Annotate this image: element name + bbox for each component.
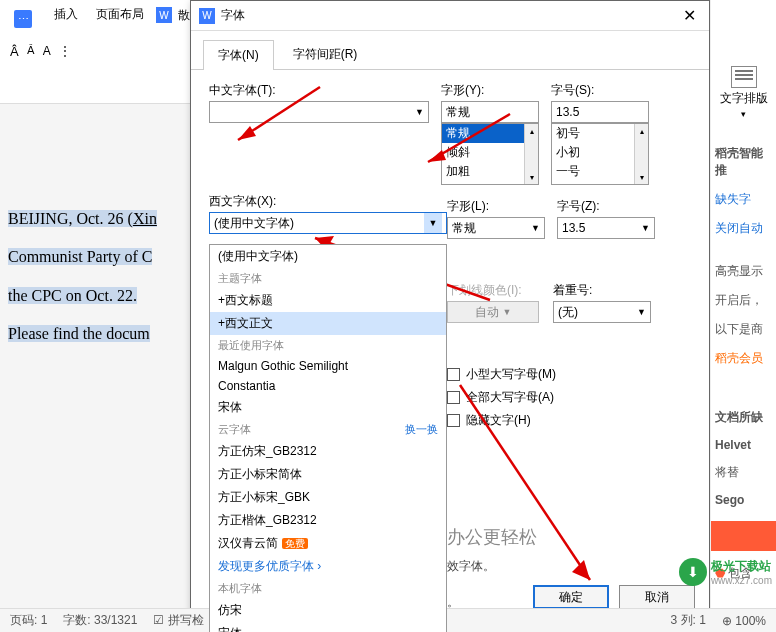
style2-select[interactable]: 常规▼ <box>447 217 545 239</box>
typeset-icon[interactable] <box>731 66 757 88</box>
ribbon-tab[interactable]: 页面布局 <box>96 6 144 32</box>
font-option[interactable]: 方正仿宋_GB2312 <box>210 440 446 463</box>
font-group-header: 主题字体 <box>210 268 446 289</box>
tab-spacing[interactable]: 字符间距(R) <box>278 39 373 69</box>
emphasis-select[interactable]: (无)▼ <box>553 301 651 323</box>
font-group-header: 最近使用字体 <box>210 335 446 356</box>
action-button[interactable] <box>711 521 776 551</box>
underline-color-select: 自动▼ <box>447 301 539 323</box>
member-link[interactable]: 稻壳会员 <box>711 344 776 373</box>
scroll-down-icon[interactable]: ▾ <box>635 170 648 184</box>
label-allcaps: 全部大写字母(A) <box>466 389 554 406</box>
font-option[interactable]: 宋体 <box>210 622 446 632</box>
preview-text: 办公更轻松 <box>447 525 537 549</box>
status-zoom[interactable]: ⊕ 100% <box>722 614 766 628</box>
font-option[interactable]: 方正楷体_GB2312 <box>210 509 446 532</box>
swap-link[interactable]: 换一换 <box>405 422 438 437</box>
font-option[interactable]: 宋体 <box>210 396 446 419</box>
checkbox-smallcaps[interactable] <box>447 368 460 381</box>
cn-font-select[interactable]: ▼ <box>209 101 429 123</box>
free-badge: 免费 <box>282 538 308 549</box>
label-smallcaps: 小型大写字母(M) <box>466 366 556 383</box>
checkbox-hidden[interactable] <box>447 414 460 427</box>
font-option[interactable]: +西文正文 <box>210 312 446 335</box>
chevron-down-icon: ▼ <box>415 107 424 117</box>
dialog-icon: W <box>199 8 215 24</box>
label-size: 字号(S): <box>551 82 649 99</box>
western-font-dropdown[interactable]: (使用中文字体) 主题字体 +西文标题 +西文正文 最近使用字体 Malgun … <box>209 244 447 632</box>
font-option[interactable]: +西文标题 <box>210 289 446 312</box>
status-page: 页码: 1 <box>10 612 47 629</box>
status-col: 3 列: 1 <box>671 612 706 629</box>
size2-select[interactable]: 13.5▼ <box>557 217 655 239</box>
smart-title: 稻壳智能推 <box>711 139 776 185</box>
watermark-icon: ⬇ <box>679 558 707 586</box>
ribbon-tab[interactable]: 插入 <box>54 6 78 32</box>
style-listbox[interactable]: 常规 倾斜 加粗 ▴▾ <box>441 123 539 185</box>
label-cn-font: 中文字体(T): <box>209 82 429 99</box>
below-text: 以下是商 <box>711 315 776 344</box>
font-down-icon[interactable]: Ǎ <box>27 44 35 97</box>
replace-text: 将替 <box>711 458 776 487</box>
sego-text: Sego <box>711 487 776 513</box>
size-listbox[interactable]: 初号 小初 一号 ▴▾ <box>551 123 649 185</box>
font-option[interactable]: Constantia <box>210 376 446 396</box>
scroll-down-icon[interactable]: ▾ <box>525 170 538 184</box>
format-icon[interactable]: ⋮ <box>59 44 71 97</box>
missing-link[interactable]: 缺失字 <box>711 185 776 214</box>
size-input[interactable] <box>551 101 649 123</box>
font-option[interactable]: 汉仪青云简免费 <box>210 532 446 555</box>
checkbox-allcaps[interactable] <box>447 391 460 404</box>
label-style: 字形(Y): <box>441 82 539 99</box>
western-font-select[interactable]: (使用中文字体) ▼ <box>209 212 447 234</box>
cancel-button[interactable]: 取消 <box>619 585 695 609</box>
doc-icon: W <box>156 7 172 23</box>
scroll-up-icon[interactable]: ▴ <box>635 124 648 138</box>
tab-font[interactable]: 字体(N) <box>203 40 274 70</box>
font-dialog: W 字体 ✕ 字体(N) 字符间距(R) 中文字体(T): ▼ 字形(Y): 常… <box>190 0 710 620</box>
typeset-label: 文字排版 <box>720 90 768 107</box>
font-option[interactable]: (使用中文字体) <box>210 245 446 268</box>
label-style2: 字形(L): <box>447 198 545 215</box>
font-group-header: 本机字体 <box>210 578 446 599</box>
font-option[interactable]: 仿宋 <box>210 599 446 622</box>
ok-button[interactable]: 确定 <box>533 585 609 609</box>
label-size2: 字号(Z): <box>557 198 655 215</box>
scroll-up-icon[interactable]: ▴ <box>525 124 538 138</box>
discover-more-link[interactable]: 发现更多优质字体 › <box>210 555 446 578</box>
preview-note: 效字体。 <box>447 558 495 575</box>
after-open-text: 开启后， <box>711 286 776 315</box>
highlight-text: 高亮显示 <box>711 257 776 286</box>
dialog-title: 字体 <box>221 7 245 24</box>
label-underline-color: 下划线颜色(I): <box>447 282 539 299</box>
style-input[interactable] <box>441 101 539 123</box>
close-auto-link[interactable]: 关闭自动 <box>711 214 776 243</box>
font-group-header: 云字体换一换 <box>210 419 446 440</box>
label-emphasis: 着重号: <box>553 282 651 299</box>
font-style-icon[interactable]: A <box>43 44 51 97</box>
font-option[interactable]: Malgun Gothic Semilight <box>210 356 446 376</box>
font-option[interactable]: 方正小标宋_GBK <box>210 486 446 509</box>
status-spellcheck[interactable]: ☑ 拼写检 <box>153 612 203 629</box>
doc-missing-title: 文档所缺 <box>711 403 776 432</box>
label-hidden: 隐藏文字(H) <box>466 412 531 429</box>
watermark: ⬇ 极光下载站 www.xz7.com <box>679 558 772 586</box>
document-body[interactable]: BEIJING, Oct. 26 (Xin Communist Party of… <box>8 200 208 354</box>
helvet-text: Helvet <box>711 432 776 458</box>
status-words: 字数: 33/1321 <box>63 612 137 629</box>
app-icon: ⋯ <box>14 10 32 28</box>
font-option[interactable]: 方正小标宋简体 <box>210 463 446 486</box>
chevron-down-icon: ▼ <box>424 213 442 233</box>
font-up-icon[interactable]: Â <box>10 44 19 97</box>
close-button[interactable]: ✕ <box>669 1 709 29</box>
